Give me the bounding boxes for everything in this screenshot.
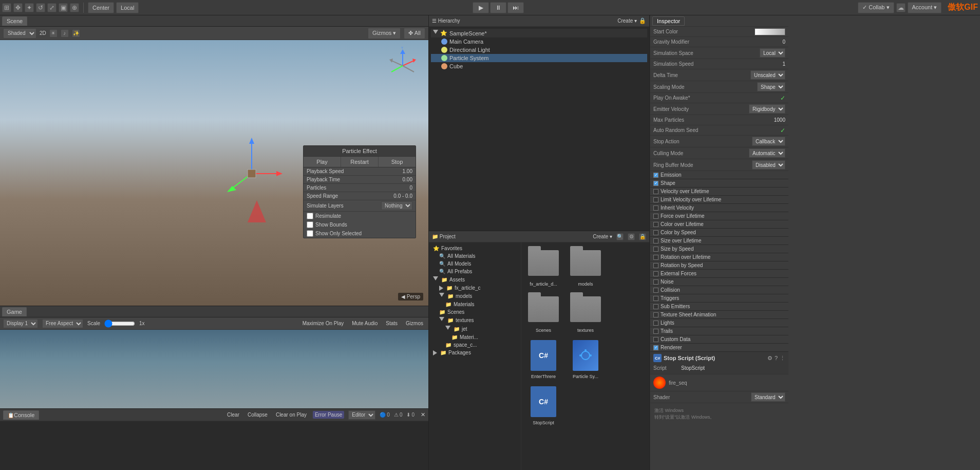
checkbox-input[interactable] xyxy=(653,312,658,317)
checkbox-input[interactable] xyxy=(653,247,658,252)
checkbox-input[interactable] xyxy=(653,329,658,334)
project-search-icon[interactable]: 🔍 xyxy=(616,233,624,240)
checkbox-input[interactable] xyxy=(653,205,658,211)
gizmos-button[interactable]: Gizmos ▾ xyxy=(368,28,401,39)
module-checkbox-11[interactable]: Rotation by Speed xyxy=(650,261,788,270)
play-button[interactable]: ▶ xyxy=(473,2,489,13)
ring-buffer-mode-dropdown[interactable]: Disabled xyxy=(752,160,785,170)
simulation-space-dropdown[interactable]: Local xyxy=(760,48,785,58)
resimulate-checkbox[interactable] xyxy=(307,213,313,219)
editor-dropdown[interactable]: Editor xyxy=(348,410,375,420)
console-tab[interactable]: 📋 Console xyxy=(3,410,39,420)
move-tool-icon[interactable]: ✦ xyxy=(25,3,34,12)
show-only-selected-checkbox[interactable] xyxy=(307,230,313,237)
particle-play-button[interactable]: Play xyxy=(304,157,341,167)
mute-audio-button[interactable]: Mute Audio xyxy=(350,319,380,327)
checkbox-input[interactable] xyxy=(653,255,658,260)
checkbox-input[interactable] xyxy=(653,321,658,326)
asset-enter-threre[interactable]: C# EnterThrere xyxy=(525,339,561,379)
module-checkbox-13[interactable]: Noise xyxy=(650,278,788,286)
checkbox-input[interactable] xyxy=(653,271,658,276)
persp-label[interactable]: ◀ Persp xyxy=(398,293,423,300)
hierarchy-create-button[interactable]: Create ▾ xyxy=(617,18,637,24)
module-checkbox-6[interactable]: Color over Lifetime xyxy=(650,220,788,229)
lights-icon[interactable]: ☀ xyxy=(49,29,58,37)
all-button[interactable]: ✤ All xyxy=(404,28,425,39)
maximize-on-play-button[interactable]: Maximize On Play xyxy=(300,319,346,327)
module-checkbox-4[interactable]: Inherit Velocity xyxy=(650,204,788,212)
module-checkbox-8[interactable]: Size over Lifetime xyxy=(650,237,788,245)
all-materials-item[interactable]: 🔍 All Materials xyxy=(431,252,519,260)
audio-icon[interactable]: ♪ xyxy=(61,29,69,37)
scene-tab[interactable]: Scene xyxy=(2,16,27,26)
module-checkbox-14[interactable]: Collision xyxy=(650,286,788,294)
game-tab[interactable]: Game xyxy=(2,307,27,316)
project-lock-icon[interactable]: 🔒 xyxy=(639,233,646,240)
hierarchy-lock-icon[interactable]: 🔒 xyxy=(639,17,646,24)
scaling-mode-dropdown[interactable]: Shape xyxy=(757,82,785,91)
module-checkbox-12[interactable]: External Forces xyxy=(650,270,788,278)
start-color-swatch[interactable] xyxy=(755,28,785,35)
module-checkbox-16[interactable]: Sub Emitters xyxy=(650,303,788,311)
module-checkbox-17[interactable]: Texture Sheet Animation xyxy=(650,311,788,319)
favorites-item[interactable]: ⭐ Favorites xyxy=(431,245,519,252)
local-button[interactable]: Local xyxy=(116,2,139,13)
hierarchy-item-particle[interactable]: Particle System xyxy=(431,54,647,62)
pause-button[interactable]: ⏸ xyxy=(490,2,506,13)
checkbox-input[interactable] xyxy=(653,288,658,293)
module-checkbox-0[interactable]: ✓ Emission xyxy=(650,171,788,179)
module-checkbox-10[interactable]: Rotation over Lifetime xyxy=(650,253,788,261)
checkbox-input[interactable] xyxy=(653,296,658,301)
cloud-icon[interactable]: ☁ xyxy=(896,3,906,12)
checkbox-input[interactable] xyxy=(653,337,658,342)
inspector-tab[interactable]: Inspector xyxy=(652,16,685,26)
script-help-icon[interactable]: ? xyxy=(775,355,778,362)
module-checkbox-5[interactable]: Force over Lifetime xyxy=(650,212,788,220)
show-bounds-checkbox[interactable] xyxy=(307,221,313,228)
checkbox-input[interactable] xyxy=(653,263,658,268)
checkbox-input[interactable]: ✓ xyxy=(653,173,658,178)
close-console-icon[interactable]: ✕ xyxy=(421,411,425,418)
display-select[interactable]: Display 1 xyxy=(3,319,38,328)
fx-icon[interactable]: ✨ xyxy=(72,29,80,37)
space-tree-item[interactable]: 📁 space_c... xyxy=(431,341,519,349)
unity-logo-icon[interactable]: ⊞ xyxy=(2,3,11,12)
models-tree-item[interactable]: 📁 models xyxy=(431,292,519,300)
assets-item[interactable]: 📁 Assets xyxy=(431,275,519,284)
module-checkbox-21[interactable]: ✓ Renderer xyxy=(650,344,788,352)
rotate-tool-icon[interactable]: ↺ xyxy=(36,3,45,12)
checkbox-input[interactable]: ✓ xyxy=(653,181,658,186)
particle-stop-button[interactable]: Stop xyxy=(379,157,416,167)
checkbox-input[interactable] xyxy=(653,238,658,243)
asset-scenes[interactable]: Scenes xyxy=(525,293,561,333)
rect-tool-icon[interactable]: ▣ xyxy=(59,3,68,12)
shader-dropdown[interactable]: Standard xyxy=(751,392,785,402)
module-checkbox-2[interactable]: Velocity over Lifetime xyxy=(650,187,788,196)
particle-restart-button[interactable]: Restart xyxy=(341,157,379,167)
checkbox-input[interactable] xyxy=(653,222,658,227)
hand-tool-icon[interactable]: ✥ xyxy=(13,3,23,12)
module-checkbox-3[interactable]: Limit Velocity over Lifetime xyxy=(650,196,788,204)
project-settings-icon[interactable]: ⚙ xyxy=(628,233,635,240)
emitter-velocity-dropdown[interactable]: Rigidbody xyxy=(749,104,785,114)
fx-article-item[interactable]: 📁 fx_article_c xyxy=(431,284,519,292)
hierarchy-item-cube[interactable]: Cube xyxy=(431,62,647,70)
stop-action-dropdown[interactable]: Callback xyxy=(752,137,785,146)
collapse-button[interactable]: Collapse xyxy=(246,411,270,419)
packages-item[interactable]: 📁 Packages xyxy=(431,349,519,356)
checkbox-input[interactable] xyxy=(653,214,658,219)
script-settings-icon[interactable]: ⚙ xyxy=(767,355,772,362)
delta-time-dropdown[interactable]: Unscaled xyxy=(750,70,785,80)
stats-button[interactable]: Stats xyxy=(384,319,400,327)
materials-sub-item[interactable]: 📁 Materi... xyxy=(431,333,519,341)
module-checkbox-1[interactable]: ✓ Shape xyxy=(650,179,788,187)
asset-particle-system[interactable]: Particle Sy... xyxy=(568,339,604,379)
checkbox-input[interactable]: ✓ xyxy=(653,345,658,350)
checkbox-input[interactable] xyxy=(653,197,658,202)
error-pause-button[interactable]: Error Pause xyxy=(313,411,344,419)
aspect-select[interactable]: Free Aspect xyxy=(42,319,83,328)
module-checkbox-9[interactable]: Size by Speed xyxy=(650,245,788,253)
center-button[interactable]: Center xyxy=(88,2,114,13)
asset-fx-article[interactable]: fx_article_d... xyxy=(525,247,561,287)
module-checkbox-7[interactable]: Color by Speed xyxy=(650,229,788,237)
